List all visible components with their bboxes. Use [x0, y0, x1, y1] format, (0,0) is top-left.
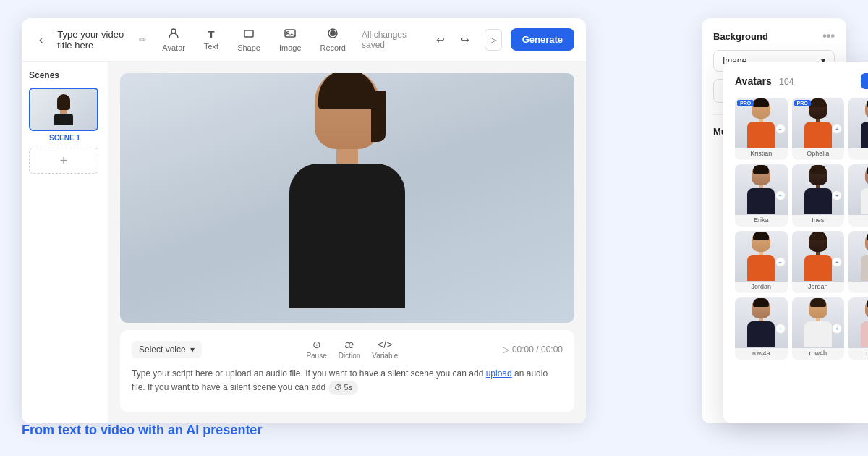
avatars-count: 104 — [779, 77, 793, 87]
avatars-panel: Avatars 104 Create your own avatar PRO +… — [723, 62, 868, 423]
top-bar: ‹ Type your video title here ✏ Avatar — [22, 18, 586, 62]
tool-avatar[interactable]: Avatar — [155, 23, 192, 56]
video-canvas — [120, 73, 574, 323]
background-section-title: Background ••• — [713, 30, 835, 43]
variable-button[interactable]: </> Variable — [372, 339, 398, 360]
tool-avatar-label: Avatar — [162, 43, 185, 52]
time-text: 00:00 / 00:00 — [512, 345, 563, 355]
undo-button[interactable]: ↩ — [430, 29, 451, 51]
shape-icon — [243, 28, 255, 42]
avatar-icon — [168, 28, 179, 42]
editor-card: ‹ Type your video title here ✏ Avatar — [22, 18, 586, 423]
avatar-card-ines[interactable]: + Ines — [792, 164, 845, 227]
avatar-card-row4b[interactable]: + row4b — [792, 297, 845, 360]
tool-shape-label: Shape — [237, 43, 260, 52]
avatar-add-icon[interactable]: + — [775, 257, 786, 267]
redo-button[interactable]: ↪ — [454, 29, 476, 51]
tagline: From text to video with an AI presenter — [22, 423, 262, 438]
image-icon — [284, 28, 296, 42]
diction-button[interactable]: æ Diction — [339, 339, 361, 360]
variable-icon: </> — [378, 339, 392, 350]
scenes-panel: Scenes SCENE 1 + — [22, 62, 109, 423]
avatar-hair-side — [371, 91, 386, 142]
canvas-area: Select voice ▾ ⊙ Pause æ Diction — [109, 62, 586, 423]
avatar-name-label: Leah — [848, 215, 868, 227]
avatar-card-kristian[interactable]: PRO + Kristian — [735, 98, 788, 160]
avatar-name-label: row4b — [792, 348, 845, 360]
svg-rect-1 — [244, 30, 253, 37]
tool-image[interactable]: Image — [272, 23, 309, 56]
diction-label: Diction — [339, 352, 361, 360]
silence-badge[interactable]: ⏱ 5s — [328, 381, 359, 395]
avatar-name-label: Ines — [792, 215, 845, 227]
scenes-title: Scenes — [29, 70, 101, 80]
avatar-name-label: Erika — [735, 215, 788, 227]
add-scene-button[interactable]: + — [29, 148, 98, 174]
script-text[interactable]: Type your script here or upload an audio… — [132, 367, 563, 403]
main-wrapper: ‹ Type your video title here ✏ Avatar — [22, 18, 846, 438]
edit-title-icon[interactable]: ✏ — [139, 35, 146, 45]
avatar-hair-top — [318, 73, 376, 109]
avatar-card-row4c[interactable]: + row4c — [848, 297, 868, 360]
avatar-add-icon[interactable]: + — [832, 257, 842, 267]
avatar-name-label: Jordan — [792, 282, 845, 293]
tool-text[interactable]: T Text — [197, 24, 226, 55]
text-icon: T — [208, 28, 214, 41]
script-text-content: Type your script here or upload an audio… — [132, 368, 483, 379]
avatar-add-icon[interactable]: + — [775, 124, 786, 134]
avatar-add-icon[interactable]: + — [832, 324, 842, 334]
script-tools: ⊙ Pause æ Diction </> Variable — [210, 339, 494, 360]
avatar-body-group — [253, 73, 441, 308]
avatar-name-label: Artis — [848, 148, 868, 160]
avatar-card-jordan[interactable]: + Jordan — [735, 231, 788, 293]
avatar-name-label: row4c — [848, 348, 868, 360]
avatar-name-label: Kristian — [735, 148, 788, 160]
avatar-head — [315, 73, 380, 149]
save-status: All changes saved — [362, 30, 415, 50]
avatar-card-erika[interactable]: + Erika — [735, 164, 788, 227]
diction-icon: æ — [345, 339, 354, 350]
more-options-icon[interactable]: ••• — [822, 30, 835, 43]
pause-icon: ⊙ — [312, 339, 321, 350]
avatar-add-icon[interactable]: + — [832, 124, 842, 134]
play-icon: ▷ — [503, 345, 509, 355]
back-button[interactable]: ‹ — [33, 30, 48, 50]
tool-shape[interactable]: Shape — [230, 23, 268, 56]
record-icon — [327, 28, 339, 42]
tool-record-label: Record — [320, 43, 346, 52]
avatar-card-jordan[interactable]: + Jordan — [792, 231, 845, 293]
avatar-add-icon[interactable]: + — [775, 324, 786, 334]
generate-button[interactable]: Generate — [511, 28, 574, 51]
script-area: Select voice ▾ ⊙ Pause æ Diction — [120, 330, 574, 412]
avatar-card-leah[interactable]: + Leah — [848, 164, 868, 227]
avatar-add-icon[interactable]: + — [832, 190, 842, 200]
avatars-title-group: Avatars 104 — [735, 75, 793, 88]
video-title: Type your video title here ✏ — [57, 29, 146, 51]
scene-avatar-mini — [54, 94, 73, 125]
create-avatar-button[interactable]: Create your own avatar — [861, 73, 868, 89]
preview-button[interactable]: ▷ — [485, 29, 501, 51]
pause-button[interactable]: ⊙ Pause — [306, 339, 326, 360]
avatar-card-row4a[interactable]: + row4a — [735, 297, 788, 360]
script-controls: Select voice ▾ ⊙ Pause æ Diction — [132, 339, 563, 360]
scene-1-label: SCENE 1 — [29, 134, 101, 142]
voice-select[interactable]: Select voice ▾ — [132, 341, 202, 358]
avatar-card-ophelia[interactable]: PRO + Ophelia — [792, 98, 845, 160]
chevron-down-icon: ▾ — [190, 345, 195, 355]
toolbar: Avatar T Text Shape — [155, 23, 353, 56]
svg-point-0 — [171, 29, 176, 33]
svg-point-4 — [330, 30, 336, 36]
avatar-name-label: row4a — [735, 348, 788, 360]
avatar-card-lala[interactable]: + Lala — [848, 231, 868, 293]
avatar-figure — [253, 73, 441, 323]
time-display: ▷ 00:00 / 00:00 — [503, 345, 563, 355]
scene-1-thumbnail[interactable] — [29, 88, 98, 131]
tool-record[interactable]: Record — [313, 23, 353, 56]
avatar-neck — [336, 149, 358, 164]
avatar-add-icon[interactable]: + — [775, 190, 786, 200]
undo-redo-group: ↩ ↪ — [430, 29, 476, 51]
scene-thumb-image — [30, 89, 97, 130]
upload-link[interactable]: upload — [486, 368, 512, 379]
avatar-card-artis[interactable]: + Artis — [848, 98, 868, 160]
video-title-text: Type your video title here — [57, 29, 135, 51]
